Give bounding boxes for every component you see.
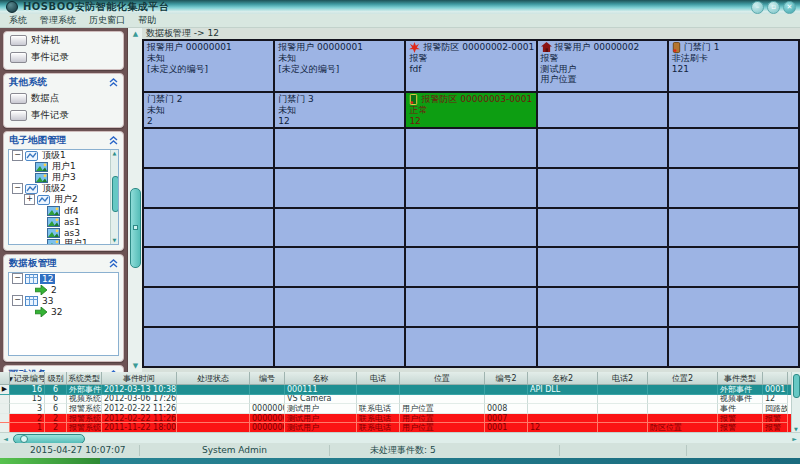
table-cell[interactable]: 2011-11-22 18:00:27 — [102, 423, 177, 432]
table-cell[interactable]: 外部事件 — [67, 385, 102, 395]
table-cell[interactable]: 测试用户 — [285, 404, 357, 414]
table-cell[interactable] — [485, 395, 528, 405]
grid-cell[interactable] — [669, 328, 798, 366]
column-header[interactable]: 编号 — [250, 372, 285, 384]
scroll-up-icon[interactable]: ▲ — [111, 150, 118, 157]
grid-cell[interactable] — [669, 248, 798, 286]
grid-cell[interactable] — [538, 169, 667, 207]
grid-cell[interactable] — [669, 209, 798, 247]
table-cell[interactable]: 事件 — [718, 404, 763, 414]
table-cell[interactable]: 2 — [10, 414, 45, 424]
table-cell[interactable]: 报警系统 — [67, 423, 102, 432]
collapse-icon[interactable] — [109, 136, 118, 145]
menu-item[interactable]: 管理系统 — [40, 14, 76, 27]
grid-cell[interactable] — [538, 248, 667, 286]
table-cell[interactable] — [598, 414, 648, 424]
table-cell[interactable] — [528, 404, 598, 414]
scroll-up-icon[interactable]: ▲ — [128, 30, 143, 38]
table-cell[interactable]: 报警系统 — [67, 404, 102, 414]
table-cell[interactable]: 15 — [10, 395, 45, 405]
table-cell[interactable] — [177, 414, 250, 424]
table-cell[interactable]: 0007 — [485, 414, 528, 424]
grid-cell[interactable] — [144, 209, 273, 247]
table-cell[interactable] — [485, 385, 528, 395]
table-row[interactable]: 12报警系统2011-11-22 18:00:2700000003测试用户联系电… — [0, 423, 800, 432]
column-header[interactable]: ▼记录编号 — [10, 372, 45, 384]
table-cell[interactable]: 报警系统 — [67, 414, 102, 424]
column-header[interactable]: 名称2 — [528, 372, 598, 384]
tree-node[interactable]: −12 — [9, 273, 118, 284]
table-cell[interactable] — [598, 404, 648, 414]
collapse-icon[interactable] — [109, 78, 118, 87]
grid-cell[interactable] — [144, 169, 273, 207]
grid-cell[interactable]: 门禁门 1非法刷卡121 — [669, 41, 798, 91]
sidebar-item[interactable]: 事件记录 — [4, 107, 123, 124]
grid-cell[interactable] — [538, 288, 667, 326]
table-cell[interactable]: VS Camera — [285, 395, 357, 405]
tree-node[interactable]: 32 — [9, 306, 118, 317]
table-cell[interactable]: 报警 — [718, 414, 763, 424]
column-header[interactable]: 编号2 — [485, 372, 528, 384]
column-header[interactable]: 级别 — [45, 372, 67, 384]
grid-cell[interactable] — [275, 328, 404, 366]
table-cell[interactable]: 0001 — [763, 385, 788, 395]
panel-header[interactable]: 数据板管理 — [4, 255, 123, 271]
grid-cell[interactable] — [406, 288, 535, 326]
table-cell[interactable]: 00000003 — [250, 423, 285, 432]
table-scrollbar[interactable]: ▼ — [791, 372, 800, 432]
grid-cell[interactable] — [275, 129, 404, 167]
grid-cell[interactable] — [144, 248, 273, 286]
sidebar-item[interactable]: 对讲机 — [4, 32, 123, 49]
grid-cell[interactable] — [538, 129, 667, 167]
table-cell[interactable] — [177, 385, 250, 395]
grid-cell[interactable]: 门禁门 2未知2 — [144, 93, 273, 127]
table-row[interactable]: 36报警系统2012-02-22 11:26:0200000002测试用户联系电… — [0, 404, 800, 414]
table-cell[interactable] — [648, 414, 718, 424]
table-cell[interactable]: 2012-03-06 17:26:34 — [102, 395, 177, 405]
table-cell[interactable]: 外部事件 — [718, 385, 763, 395]
menu-item[interactable]: 帮助 — [138, 14, 156, 27]
table-cell[interactable]: API DLL — [528, 385, 598, 395]
minimize-button[interactable]: – — [751, 1, 764, 14]
column-header[interactable]: 事件类型 — [718, 372, 763, 384]
grid-cell[interactable] — [538, 209, 667, 247]
table-cell[interactable] — [177, 395, 250, 405]
panel-header[interactable]: 其他系统 — [4, 74, 123, 90]
grid-cell[interactable]: 报警用户 00000001未知[未定义的编号] — [144, 41, 273, 91]
column-header[interactable]: 处理状态 — [177, 372, 250, 384]
table-cell[interactable]: 视频事件 — [718, 395, 763, 405]
column-header[interactable]: 电话 — [357, 372, 400, 384]
grid-cell[interactable] — [538, 328, 667, 366]
column-header[interactable]: 名称 — [285, 372, 357, 384]
table-cell[interactable]: 报警 — [763, 423, 788, 432]
table-cell[interactable]: 用户位置 — [400, 414, 485, 424]
grid-cell[interactable]: 报警防区 00000002-0001报警fdf — [406, 41, 535, 91]
table-cell[interactable]: 报警 — [718, 423, 763, 432]
table-row[interactable]: 156视频系统2012-03-06 17:26:34VS Camera视频事件1… — [0, 395, 800, 405]
table-cell[interactable] — [528, 395, 598, 405]
scrollbar-thumb[interactable] — [793, 374, 800, 398]
table-cell[interactable]: 0001 — [485, 423, 528, 432]
title-bar[interactable]: HOSBOO安防智能化集成平台 – ▫ ✕ — [0, 0, 800, 14]
column-header[interactable] — [763, 372, 788, 384]
collapse-minus-icon[interactable]: − — [12, 295, 23, 306]
scrollbar-thumb[interactable] — [112, 176, 119, 212]
table-cell[interactable] — [357, 385, 400, 395]
grid-cell[interactable] — [669, 288, 798, 326]
expand-plus-icon[interactable]: + — [24, 194, 35, 205]
grid-cell[interactable] — [144, 129, 273, 167]
table-cell[interactable]: 00000002 — [250, 404, 285, 414]
column-header[interactable]: 电话2 — [598, 372, 648, 384]
table-cell[interactable]: 2012-02-22 11:26:02 — [102, 414, 177, 424]
grid-cell[interactable] — [406, 169, 535, 207]
grid-cell[interactable] — [406, 129, 535, 167]
table-cell[interactable]: 00000002 — [250, 414, 285, 424]
tree-node[interactable]: +用户2 — [9, 194, 118, 205]
scroll-down-icon[interactable]: ▼ — [111, 237, 118, 244]
tree-node[interactable]: 2 — [9, 284, 118, 295]
table-cell[interactable]: 6 — [45, 385, 67, 395]
table-cell[interactable] — [598, 385, 648, 395]
column-header[interactable]: 事件时间 — [102, 372, 177, 384]
table-cell[interactable] — [250, 385, 285, 395]
table-cell[interactable]: 联系电话 — [357, 423, 400, 432]
